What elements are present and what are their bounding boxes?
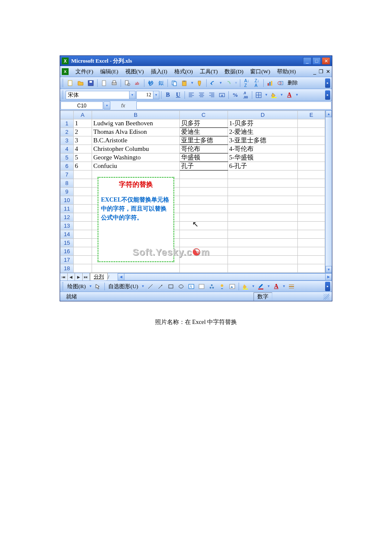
cell[interactable]: 1 [73,119,92,128]
font-size-selector[interactable]: 12 [136,91,153,99]
cell[interactable]: 2-爱迪生 [228,128,298,136]
toolbar-expander[interactable]: ▸ [325,90,330,100]
menu-data[interactable]: 数据(D) [221,67,247,76]
copy-icon[interactable] [170,78,179,88]
cell[interactable]: 1-贝多芬 [228,119,298,128]
autoshapes-dropdown[interactable]: ▼ [141,284,145,288]
horizontal-scrollbar[interactable]: ◀ ▶ [118,273,332,280]
cell[interactable]: 贝多芬 [179,119,228,128]
cell[interactable] [179,205,228,213]
row-header[interactable]: 10 [61,196,74,205]
cell[interactable] [73,171,92,179]
format-painter-icon[interactable] [195,78,205,88]
fill-color-dropdown[interactable]: ▼ [280,93,284,97]
cell[interactable] [92,264,180,273]
tab-prev-icon[interactable]: ◀ [68,273,75,280]
cell[interactable] [73,196,92,205]
cell[interactable] [298,264,325,273]
cell[interactable] [228,179,298,188]
align-right-icon[interactable] [207,90,216,100]
toolbar-handle[interactable] [62,79,63,87]
percent-button[interactable]: % [231,90,240,100]
scroll-right-icon[interactable]: ▶ [325,273,332,280]
cell[interactable] [73,264,92,273]
cell[interactable] [228,171,298,179]
font-color-dropdown[interactable]: ▼ [282,284,286,288]
cell[interactable] [73,247,92,256]
menu-window[interactable]: 窗口(W) [247,67,274,76]
tab-next-icon[interactable]: ▶ [75,273,83,280]
redo-icon[interactable] [224,78,233,88]
doc-close[interactable]: ✕ [326,69,330,75]
align-center-icon[interactable] [197,90,206,100]
scroll-up-icon[interactable]: ▲ [326,110,332,117]
cell[interactable] [179,239,228,247]
line-color-dropdown[interactable]: ▼ [266,284,271,288]
cell[interactable] [298,222,325,230]
redo-dropdown[interactable]: ▼ [234,81,238,85]
print-icon[interactable] [110,78,119,88]
cell[interactable] [298,153,325,162]
cell[interactable]: 4 [73,145,92,153]
cell[interactable] [179,256,228,264]
spelling-icon[interactable]: ab [133,78,142,88]
toolbar-expander[interactable]: ▸ [325,282,330,291]
sort-asc-icon[interactable]: A↓Z [242,78,251,88]
cell[interactable]: George Washingto [92,153,180,162]
fill-color-icon[interactable] [241,282,250,291]
cell[interactable] [73,179,92,188]
cell[interactable]: Thomas Alva Edison [92,128,180,136]
cell[interactable] [73,230,92,239]
cell[interactable]: 6-孔子 [228,162,298,171]
paste-icon[interactable] [180,78,189,88]
cell[interactable] [228,196,298,205]
menu-help[interactable]: 帮助(H) [274,67,299,76]
new-icon[interactable] [66,78,75,88]
arrow-icon[interactable] [156,282,165,291]
row-header[interactable]: 9 [61,188,74,196]
chart-icon[interactable] [265,78,275,88]
undo-dropdown[interactable]: ▼ [219,81,223,85]
rectangle-icon[interactable] [166,282,176,291]
line-color-icon[interactable] [256,282,265,291]
cell[interactable] [228,188,298,196]
textbox-icon[interactable]: A [187,282,196,291]
menu-file[interactable]: 文件(F) [72,67,97,76]
merge-center-icon[interactable]: a [217,90,227,100]
font-color-dropdown[interactable]: ▼ [295,93,299,97]
cell[interactable] [298,230,325,239]
toolbar-expander[interactable]: ▸ [325,78,330,88]
resize-grip[interactable] [323,294,329,300]
drawing-icon[interactable] [276,78,285,88]
name-box[interactable]: C10 [61,101,103,110]
row-header[interactable]: 5 [61,153,74,162]
cell[interactable]: B.C.Aristotle [92,136,180,145]
open-icon[interactable] [76,78,85,88]
col-header-c[interactable]: C [179,111,228,119]
cell[interactable] [298,128,325,136]
borders-dropdown[interactable]: ▼ [264,93,268,97]
cell[interactable] [179,247,228,256]
row-header[interactable]: 15 [61,239,74,247]
cell[interactable] [228,239,298,247]
cell[interactable] [73,239,92,247]
line-style-icon[interactable] [287,282,296,291]
row-header[interactable]: 1 [61,119,74,128]
close-button[interactable]: ✕ [322,57,330,65]
font-color-icon[interactable]: A [285,90,294,100]
draw-dropdown[interactable]: ▼ [88,284,92,288]
borders-icon[interactable] [254,90,263,100]
cell[interactable] [298,171,325,179]
sort-desc-icon[interactable]: Z↓A [252,78,262,88]
tab-last-icon[interactable]: ⏭ [83,273,90,280]
cell[interactable] [228,256,298,264]
row-header[interactable]: 6 [61,162,74,171]
cell[interactable]: 3 [73,136,92,145]
tab-first-icon[interactable]: ⏮ [60,273,68,280]
col-header-e[interactable]: E [298,111,325,119]
cell[interactable]: 爱迪生 [179,128,228,136]
underline-button[interactable]: U [173,90,183,100]
col-header-a[interactable]: A [73,111,92,119]
row-header[interactable]: 3 [61,136,74,145]
cell[interactable]: 亚里士多德 [179,136,228,145]
